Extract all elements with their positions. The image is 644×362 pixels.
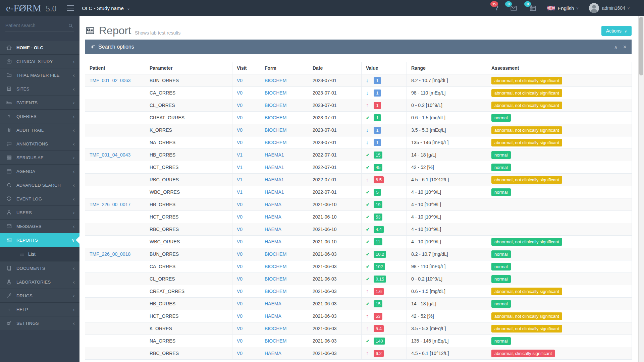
visit-link[interactable]: V0 bbox=[237, 78, 243, 83]
sidebar-item-audit-trail[interactable]: AUDIT TRAIL‹ bbox=[0, 123, 79, 137]
study-selector[interactable]: OLC - Study name ∨ bbox=[82, 5, 130, 11]
visit-link[interactable]: V0 bbox=[237, 140, 243, 145]
page-scrollbar[interactable] bbox=[638, 16, 644, 362]
form-link[interactable]: BIOCHEM bbox=[265, 326, 286, 331]
patient-link[interactable]: TMF_001_04_0043 bbox=[90, 152, 130, 158]
form-link[interactable]: BIOCHEM bbox=[265, 264, 286, 269]
form-link[interactable]: HAEMA bbox=[265, 351, 281, 356]
sidebar-item-annotations[interactable]: ANNOTATIONS‹ bbox=[0, 137, 79, 151]
visit-link[interactable]: V0 bbox=[237, 103, 243, 108]
help-button[interactable]: ? 15 bbox=[495, 4, 498, 12]
actions-button[interactable]: Actions ∨ bbox=[601, 26, 632, 36]
cell-value: ✔45 bbox=[362, 161, 407, 174]
sidebar-toggle-icon[interactable] bbox=[67, 4, 74, 12]
form-link[interactable]: HAEMA bbox=[265, 301, 281, 306]
sidebar-subitem-list[interactable]: List bbox=[0, 247, 79, 261]
form-link[interactable]: BIOCHEM bbox=[265, 276, 286, 282]
visit-link[interactable]: V1 bbox=[237, 177, 243, 182]
visit-link[interactable]: V0 bbox=[237, 214, 243, 220]
messages-button[interactable]: 0 bbox=[510, 4, 518, 12]
search-icon[interactable] bbox=[68, 23, 73, 28]
sidebar-item-serious-ae[interactable]: SERIOUS AE‹ bbox=[0, 151, 79, 165]
sidebar-item-agenda[interactable]: AGENDA‹ bbox=[0, 165, 79, 178]
scrollbar-thumb[interactable] bbox=[639, 17, 643, 75]
sidebar-item-drugs[interactable]: DRUGS‹ bbox=[0, 289, 79, 303]
logo-text-suffix: RM bbox=[26, 3, 41, 13]
sidebar-item-home-olc[interactable]: HOME - OLC bbox=[0, 41, 79, 55]
close-panel-icon[interactable]: × bbox=[623, 44, 627, 50]
visit-link[interactable]: V0 bbox=[237, 90, 243, 96]
visit-link[interactable]: V0 bbox=[237, 276, 243, 282]
sidebar-item-advanced-search[interactable]: ADVANCED SEARCH‹ bbox=[0, 178, 79, 192]
form-link[interactable]: BIOCHEM bbox=[265, 140, 286, 145]
sidebar-item-sites[interactable]: SITES‹ bbox=[0, 82, 79, 96]
sidebar-item-settings[interactable]: SETTINGS‹ bbox=[0, 316, 79, 330]
form-link[interactable]: BIOCHEM bbox=[265, 289, 286, 294]
hospital-icon bbox=[6, 86, 12, 92]
cell-visit: V0 bbox=[232, 211, 260, 223]
visit-link[interactable]: V0 bbox=[237, 313, 243, 319]
form-link[interactable]: HAEMA1 bbox=[265, 152, 284, 158]
cell-parameter: CL_ORRES bbox=[145, 273, 232, 285]
sidebar-item-queries[interactable]: QUERIES‹ bbox=[0, 110, 79, 123]
visit-link[interactable]: V0 bbox=[237, 301, 243, 306]
visit-link[interactable]: V0 bbox=[237, 227, 243, 232]
value-badge: 53 bbox=[374, 313, 382, 320]
visit-link[interactable]: V0 bbox=[237, 289, 243, 294]
visit-link[interactable]: V0 bbox=[237, 338, 243, 344]
sidebar-item-patients[interactable]: PATIENTS‹ bbox=[0, 96, 79, 110]
patient-search-input[interactable] bbox=[5, 20, 74, 32]
form-link[interactable]: BIOCHEM bbox=[265, 78, 286, 83]
sidebar-item-trial-master-file[interactable]: TRIAL MASTER FILE‹ bbox=[0, 68, 79, 82]
cell-value: ✔4.4 bbox=[362, 223, 407, 236]
cell-value: ✔15 bbox=[362, 298, 407, 310]
form-link[interactable]: HAEMA bbox=[265, 239, 281, 244]
form-link[interactable]: BIOCHEM bbox=[265, 251, 286, 257]
patient-link[interactable]: TMF_001_02_0063 bbox=[90, 78, 130, 83]
cell-visit: V0 bbox=[232, 198, 260, 211]
visit-link[interactable]: V0 bbox=[237, 264, 243, 269]
form-link[interactable]: HAEMA bbox=[265, 214, 281, 220]
form-link[interactable]: BIOCHEM bbox=[265, 90, 286, 96]
chevron-down-icon: ∨ bbox=[71, 238, 75, 242]
cell-form: HAEMA1 bbox=[260, 149, 308, 161]
sidebar-item-users[interactable]: USERS‹ bbox=[0, 206, 79, 220]
user-menu[interactable]: admin1604 ∨ bbox=[589, 3, 630, 13]
sidebar-item-event-log[interactable]: EVENT LOG‹ bbox=[0, 192, 79, 206]
visit-link[interactable]: V1 bbox=[237, 152, 243, 158]
visit-link[interactable]: V0 bbox=[237, 202, 243, 207]
visit-link[interactable]: V0 bbox=[237, 251, 243, 257]
sidebar-item-reports[interactable]: REPORTS∨ bbox=[0, 233, 79, 247]
patient-link[interactable]: TMF_226_00_0017 bbox=[90, 202, 130, 207]
visit-link[interactable]: V1 bbox=[237, 189, 243, 195]
visit-link[interactable]: V0 bbox=[237, 239, 243, 244]
visit-link[interactable]: V1 bbox=[237, 165, 243, 170]
visit-link[interactable]: V0 bbox=[237, 351, 243, 356]
sidebar-item-help[interactable]: HELP‹ bbox=[0, 303, 79, 316]
form-link[interactable]: BIOCHEM bbox=[265, 127, 286, 133]
sidebar-item-documents[interactable]: DOCUMENTS‹ bbox=[0, 261, 79, 275]
form-link[interactable]: HAEMA bbox=[265, 202, 281, 207]
sidebar-item-clinical-study[interactable]: CLINICAL STUDY‹ bbox=[0, 55, 79, 68]
visit-link[interactable]: V0 bbox=[237, 127, 243, 133]
form-link[interactable]: HAEMA1 bbox=[265, 165, 284, 170]
calendar-button[interactable]: 0 bbox=[529, 4, 537, 12]
sidebar-item-messages[interactable]: MESSAGES‹ bbox=[0, 220, 79, 233]
cell-parameter: K_ORRES bbox=[145, 124, 232, 136]
table-row: CL_ORRESV0BIOCHEM2021-06-03✔0.150 - 0.2 … bbox=[85, 273, 632, 285]
language-selector[interactable]: English ∨ bbox=[547, 5, 579, 11]
visit-link[interactable]: V0 bbox=[237, 326, 243, 331]
form-link[interactable]: BIOCHEM bbox=[265, 115, 286, 120]
form-link[interactable]: HAEMA bbox=[265, 313, 281, 319]
patient-link[interactable]: TMF_226_00_0018 bbox=[90, 251, 130, 257]
sidebar-item-laboratories[interactable]: LABORATORIES‹ bbox=[0, 275, 79, 289]
value-badge: 6.5 bbox=[374, 176, 384, 183]
app-logo[interactable]: e-FORM 5.0 bbox=[6, 3, 57, 14]
visit-link[interactable]: V0 bbox=[237, 115, 243, 120]
form-link[interactable]: HAEMA1 bbox=[265, 177, 284, 182]
form-link[interactable]: BIOCHEM bbox=[265, 103, 286, 108]
form-link[interactable]: HAEMA bbox=[265, 227, 281, 232]
form-link[interactable]: BIOCHEM bbox=[265, 338, 286, 344]
collapse-panel-icon[interactable]: ∧ bbox=[614, 45, 618, 50]
form-link[interactable]: HAEMA1 bbox=[265, 189, 284, 195]
